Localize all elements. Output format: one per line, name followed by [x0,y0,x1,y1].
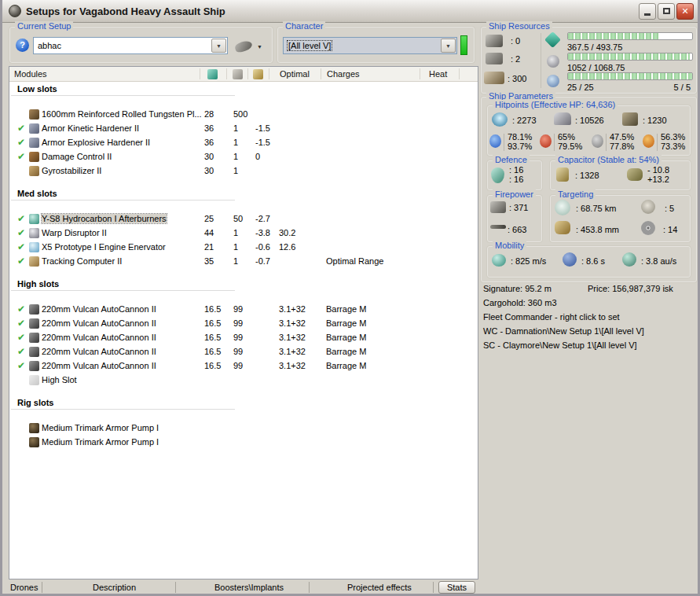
ship-browser-button[interactable]: ▼ [235,37,269,56]
module-charges: Barrage M [326,318,366,328]
module-row[interactable]: Medium Trimark Armor Pump I [9,421,478,436]
active-check-icon: ✔ [17,360,25,371]
active-check-icon: ✔ [17,346,25,357]
active-check-icon: ✔ [17,318,25,329]
powergrid-bar [567,53,693,61]
damage-control-icon [29,152,39,162]
agility-icon [563,252,577,267]
resist-thermal-values: 56.3%73.3% [661,132,685,151]
character-label: Character [283,21,325,31]
mobility-label: Mobility [493,241,526,250]
minimize-button[interactable] [639,3,656,20]
charges-count-column-icon[interactable] [233,69,243,79]
module-row[interactable]: 1600mm Reinforced Rolled Tungsten Pl...2… [9,108,478,122]
active-check-icon: ✔ [17,137,25,148]
maximize-button[interactable] [658,3,675,20]
gyrostabilizer-icon [29,166,39,176]
turret-hardpoints-icon [486,35,503,47]
bottom-tab-bar: Drones Description Boosters\Implants Pro… [4,581,479,594]
module-row[interactable]: ✔Damage Control II3010 [9,150,478,164]
ship-icon [234,39,254,53]
module-row[interactable]: ✔220mm Vulcan AutoCannon II16.5993.1+32B… [9,345,478,359]
tab-description[interactable]: Description [93,583,136,592]
drone-bay-icon [547,75,559,87]
column-charges[interactable]: Charges [327,69,360,79]
module-cpu: 21 [204,242,214,252]
chevron-down-icon[interactable]: ▼ [211,39,226,53]
module-row[interactable]: ✔220mm Vulcan AutoCannon II16.5993.1+32B… [9,317,478,331]
module-row[interactable]: ✔220mm Vulcan AutoCannon II16.5993.1+32B… [9,331,478,345]
column-heat[interactable]: Heat [429,69,447,79]
module-optimal: 30.2 [279,228,295,237]
cpu-icon [544,31,561,48]
scan-resolution-value: : 453.8 mm [576,225,619,234]
modules-table-header[interactable]: Modules Optimal Charges Heat [9,67,478,82]
module-row[interactable]: ✔X5 Prototype I Engine Enervator211-0.61… [9,241,478,255]
module-cap-use: 0 [255,152,260,161]
close-button[interactable]: ✕ [676,3,694,20]
module-row[interactable]: Gyrostabilizer II301 [9,164,478,178]
warp-speed-value: : 3.8 au/s [641,256,676,266]
chevron-down-icon[interactable]: ▼ [441,39,456,53]
eft-window: Setups for Vagabond Heavy Assault Ship ✕… [0,0,700,596]
column-optimal[interactable]: Optimal [280,69,310,79]
resist-kinetic-icon [592,134,603,148]
module-row[interactable]: ✔220mm Vulcan AutoCannon II16.5993.1+32B… [9,303,478,317]
volley-icon [490,201,506,213]
active-check-icon: ✔ [17,304,25,315]
dps-value: : 663 [508,225,526,234]
stats-button[interactable]: Stats [438,581,475,594]
module-charges: Barrage M [326,304,366,314]
cargohold-text: Cargohold: 360 m3 [483,298,557,307]
module-cpu: 36 [204,138,214,147]
armor-hardener-icon [29,123,39,134]
drone-bar [567,72,693,80]
tab-boosters-implants[interactable]: Boosters\Implants [214,583,284,592]
calibration-icon [484,72,504,84]
character-status-indicator [460,35,467,55]
help-icon[interactable]: ? [16,39,29,52]
armor-hp-icon [554,112,571,125]
calibration-value: : 300 [508,74,526,83]
sensor-strength-value: : 14 [663,225,677,234]
module-cpu: 35 [204,256,214,266]
tab-projected-effects[interactable]: Projected effects [347,583,412,592]
module-cpu: 25 [204,214,214,223]
warp-disruptor-icon [29,228,39,238]
tab-drones[interactable]: Drones [10,583,38,592]
resist-explosive-values: 65%79.5% [558,132,582,151]
powergrid-value: 1052 / 1068.75 [567,63,625,72]
autocannon-icon [29,347,39,357]
module-cpu: 36 [204,123,214,133]
module-name: X5 Prototype I Engine Enervator [42,242,166,252]
wing-commander-text[interactable]: WC - Damnation\New Setup 1\[All level V] [483,326,644,336]
setup-combobox[interactable]: abhac ▼ [33,37,228,54]
module-charge-count: 1 [233,123,238,133]
module-row[interactable]: ✔220mm Vulcan AutoCannon II16.5993.1+32B… [9,359,478,373]
firepower-label: Firepower [493,189,536,199]
volley-value: : 371 [509,203,528,212]
character-combobox[interactable]: [All level V] ▼ [283,37,457,54]
section-title-high-slots: High slots [17,279,59,289]
capacitor-groupbox: Capacitor (Stable at: 54%) : 1328 - 10.8… [549,160,691,191]
module-row[interactable]: ✔Armor Kinetic Hardener II361-1.5 [9,122,478,136]
squad-commander-text[interactable]: SC - Claymore\New Setup 1\[All level V] [483,340,637,350]
fleet-commander-text[interactable]: Fleet Commander - right click to set [483,312,620,322]
defence-groupbox: Defence : 16: 16 [486,160,543,191]
column-modules[interactable]: Modules [14,69,47,79]
cpu-column-icon[interactable] [207,69,218,79]
module-name: Warp Disruptor II [42,228,107,237]
rig-icon [29,423,39,433]
module-row[interactable]: High Slot [9,373,478,388]
module-row[interactable]: Medium Trimark Armor Pump I [9,436,478,450]
module-row[interactable]: ✔Y-S8 Hydrocarbon I Afterburners2550-2.7 [9,212,478,226]
titlebar[interactable]: Setups for Vagabond Heavy Assault Ship ✕ [2,0,698,23]
module-row[interactable]: ✔Warp Disruptor II441-3.830.2 [9,226,478,241]
module-row[interactable]: ✔Tracking Computer II351-0.7Optimal Rang… [9,255,478,269]
module-charge-count: 50 [233,214,243,223]
module-charge-count: 1 [233,242,238,252]
capacitor-column-icon[interactable] [253,69,263,79]
section-title-med-slots: Med slots [17,189,57,198]
capacitor-recharge-icon [627,168,643,181]
module-row[interactable]: ✔Armor Explosive Hardener II361-1.5 [9,136,478,150]
